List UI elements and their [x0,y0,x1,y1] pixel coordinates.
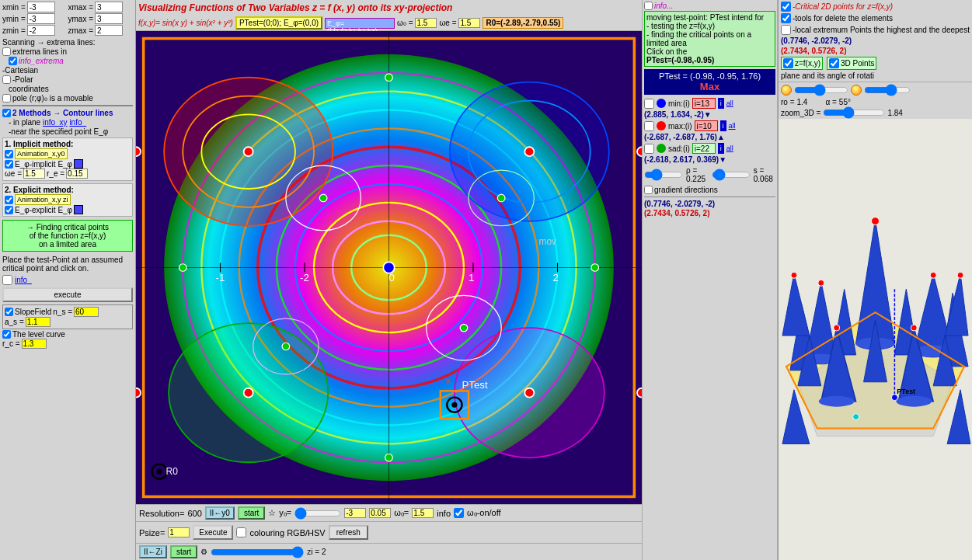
sad-i-input[interactable] [692,143,716,154]
critical-2d-label: -Critical 2D points for z=f(x,y) [793,2,893,11]
tools-delete-label: -tools for delete the elements [793,14,893,23]
svg-text:-1: -1 [215,272,225,283]
finding-section[interactable]: → Finding critical points of the functio… [2,220,133,252]
e-explicit-checkbox[interactable] [5,206,13,214]
svg-point-43 [637,388,642,398]
colouring-label: colouring RGB/HSV [249,528,325,537]
min-i-button[interactable]: i [718,98,724,109]
xmax-label: xmax = [68,3,94,12]
cartesian-label: -Cartesian [2,66,38,75]
max-label: Max [646,81,773,92]
yv0-input[interactable] [369,508,391,518]
min-all-link[interactable]: all [726,99,733,107]
level-curve-checkbox[interactable] [2,330,11,339]
s-val: s = 0.068 [754,166,775,183]
3d-points-checkbox[interactable] [829,58,839,68]
y0-input[interactable] [344,508,366,518]
3d-container[interactable]: PTest [779,119,972,560]
info-top-row: info... [644,2,775,10]
gradient-row: gradient directions [644,186,775,194]
sad-all-link[interactable]: all [726,144,733,152]
critical-2d-checkbox[interactable] [781,2,791,12]
y0-slider[interactable] [294,509,341,518]
svg-point-87 [930,272,936,278]
local-extremum-checkbox[interactable] [781,25,791,35]
zi-arrow-button[interactable]: II←Zi [139,545,167,558]
max-i-input[interactable] [695,120,718,131]
e-implicit-checkbox[interactable] [5,160,13,169]
omega-e-label: ωe = [5,169,22,178]
omega-bottom-input[interactable] [412,508,434,518]
r-e-input[interactable] [66,169,88,179]
on-limited-label: on a limited area [5,240,130,249]
max-checkbox[interactable] [644,121,654,131]
execute-bottom-button[interactable]: Execute [193,525,233,540]
pole-checkbox[interactable] [2,94,11,103]
local-extremum-label: -local extremum Points the highest and t… [793,26,970,34]
start-button[interactable]: start [238,506,265,520]
min-checkbox[interactable] [644,99,654,109]
execute-button[interactable]: execute [2,287,133,302]
ptest-button[interactable]: PTest=(0;0); E_φ=(0,0) [235,16,322,30]
animation1-label[interactable]: Animation_x,y0 [15,148,68,159]
omega2-toolbar-input[interactable] [458,18,480,28]
refresh-button[interactable]: refresh [329,525,368,540]
omega-onoff-checkbox[interactable] [454,508,464,518]
resolution-label: Resolution= [139,509,184,518]
e-color-box [74,159,83,169]
info-xy-link[interactable]: info_xy [43,118,68,127]
z-func-checkbox[interactable] [783,58,793,68]
rc-input[interactable] [22,339,47,349]
slope-field-checkbox[interactable] [5,308,13,316]
3d-svg: PTest [779,119,972,560]
info-execute-link[interactable]: info_ [15,276,32,284]
ro-val: 1.4 [797,98,808,106]
animation1-checkbox[interactable] [5,150,13,158]
slope-field-row: SlopeField n_s = [5,307,131,317]
min-i-input[interactable] [692,98,716,109]
of-function-label: of the function z=f(x,y) [5,231,130,240]
xmax-input[interactable] [95,2,123,12]
sad-i-button[interactable]: i [718,143,724,154]
polar-checkbox[interactable] [2,75,11,84]
info-top-checkbox[interactable] [644,2,653,10]
rc-label: r_c = [2,339,20,348]
max-i-button[interactable]: i [720,120,726,131]
alpha-slider[interactable] [864,84,911,96]
s-slider[interactable] [712,171,751,179]
omega-e-row: ωe = r_e = [5,169,131,179]
zoom-slider[interactable] [823,108,885,117]
omega-toolbar-input[interactable] [415,18,437,28]
methods-checkbox[interactable] [2,109,11,117]
xmin-input[interactable] [27,2,55,12]
info-extrema-checkbox[interactable] [9,57,17,65]
max-all-link[interactable]: all [729,122,736,130]
animation2-checkbox[interactable] [5,196,13,204]
ns-label: n_s = [53,308,72,316]
svg-point-85 [872,217,880,225]
info-checkbox-execute[interactable] [2,275,12,285]
zi-slider[interactable] [211,548,304,557]
zmax-input[interactable] [95,25,123,36]
sad-checkbox[interactable] [644,144,654,154]
rho-slider[interactable] [644,171,683,179]
ymin-input[interactable] [27,13,55,24]
colouring-checkbox[interactable] [236,527,246,537]
arrow-y0-button[interactable]: II←y0 [205,506,235,520]
info-link2[interactable]: info_ [69,118,86,127]
extrema-lines-checkbox[interactable] [2,47,11,56]
max-extrema-label: max:(i) [668,122,692,130]
ymax-input[interactable] [95,13,123,24]
zmin-input[interactable] [27,25,55,36]
as-input[interactable] [26,317,51,327]
animation2-label[interactable]: Animation_x,y zi [15,194,71,205]
gradient-checkbox[interactable] [644,186,653,194]
psize-input[interactable] [168,527,190,537]
ro-slider[interactable] [794,84,848,96]
start2-button[interactable]: start [170,545,197,558]
omega-e-input[interactable] [23,169,45,179]
ns-input[interactable] [74,307,99,317]
main-title: Visualizing Functions of Two Variables z… [138,2,452,13]
main-canvas[interactable]: -2 -1 1 2 0 [136,31,642,504]
tools-delete-checkbox[interactable] [781,13,791,23]
